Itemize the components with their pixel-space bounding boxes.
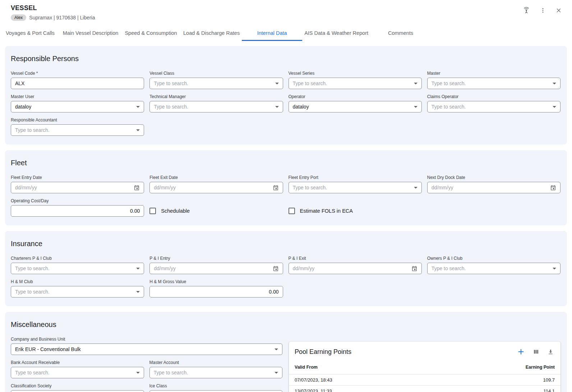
earning-point-cell: 114.1: [543, 388, 555, 392]
panel-title: Pool Earning Points: [295, 348, 351, 356]
ice-class-field: Ice Class: [149, 383, 283, 392]
vessel-subtitle: Supramax | 9170638 | Liberia: [29, 15, 95, 20]
chevron-down-icon[interactable]: [275, 83, 279, 84]
fleet-exit-date-field: Fleet Exit Date: [149, 175, 283, 193]
charterers-pi-club-input[interactable]: [15, 266, 133, 271]
master-user-input[interactable]: [15, 104, 133, 110]
responsible-accountant-input[interactable]: [15, 127, 133, 133]
responsible-accountant-field: Responsible Accountant: [11, 117, 144, 136]
pi-exit-input[interactable]: [293, 266, 409, 271]
antenna-broadcast-icon[interactable]: [522, 6, 530, 14]
columns-icon[interactable]: [533, 349, 539, 355]
claims-operator-field: Claims Operator: [427, 94, 561, 112]
chevron-down-icon[interactable]: [553, 268, 556, 269]
chevron-down-icon[interactable]: [136, 129, 140, 131]
tab-main-vessel-description[interactable]: Main Vessel Description: [60, 26, 121, 41]
vessel-series-input[interactable]: [293, 80, 411, 86]
section-title: Miscellaneous: [11, 320, 561, 329]
master-field: Master: [427, 71, 561, 89]
vessel-class-field: Vessel Class: [149, 71, 283, 89]
earning-point-cell: 109.7: [543, 377, 555, 383]
calendar-icon[interactable]: [273, 266, 279, 272]
col-valid-from: Valid From: [295, 365, 318, 370]
next-dry-dock-date-input[interactable]: [432, 185, 547, 190]
operator-field: Operator: [289, 94, 422, 112]
chevron-down-icon[interactable]: [136, 106, 140, 108]
estimate-fols-checkbox[interactable]: [289, 208, 295, 214]
download-icon[interactable]: [547, 349, 554, 355]
operating-cost-day-field: Operating Cost/Day: [11, 198, 144, 217]
company-business-unit-field: Company and Business Unit: [11, 337, 282, 355]
fleet-entry-port-input[interactable]: [293, 185, 411, 190]
estimate-fols-label: Estimate FOLS in ECA: [300, 208, 353, 214]
claims-operator-input[interactable]: [432, 104, 550, 110]
operating-cost-day-input[interactable]: [15, 208, 140, 214]
charterers-pi-club-field: Charterers P & I Club: [11, 256, 144, 274]
master-account-input[interactable]: [154, 370, 272, 375]
technical-manager-input[interactable]: [154, 104, 272, 110]
chevron-down-icon[interactable]: [414, 106, 418, 108]
tab-load-discharge-rates[interactable]: Load & Discharge Rates: [181, 26, 242, 41]
window-header: VESSEL Alex Supramax | 9170638 | Liberia: [0, 0, 572, 21]
chevron-down-icon[interactable]: [414, 83, 418, 84]
close-icon[interactable]: [555, 7, 562, 14]
tab-comments[interactable]: Comments: [370, 26, 431, 41]
add-row-icon[interactable]: [517, 348, 525, 356]
pool-earning-points-panel: Pool Earning Points Valid From Earning P…: [289, 342, 561, 392]
chevron-down-icon[interactable]: [136, 291, 140, 293]
tab-voyages-port-calls[interactable]: Voyages & Port Calls: [0, 26, 60, 41]
company-business-unit-input[interactable]: [15, 346, 272, 352]
pi-entry-input[interactable]: [154, 266, 269, 271]
calendar-icon[interactable]: [411, 266, 418, 272]
chevron-down-icon[interactable]: [136, 268, 140, 269]
tab-ais-data-weather-report[interactable]: AIS Data & Weather Report: [302, 26, 370, 41]
master-input[interactable]: [432, 80, 550, 86]
calendar-icon[interactable]: [273, 185, 279, 191]
technical-manager-field: Technical Manager: [149, 94, 283, 112]
hm-gross-value-field: H & M Gross Value: [149, 279, 283, 298]
calendar-icon[interactable]: [134, 185, 140, 191]
chevron-down-icon[interactable]: [275, 349, 278, 350]
calendar-icon[interactable]: [550, 185, 556, 191]
page-title: VESSEL: [11, 4, 95, 12]
vessel-code-badge: Alex: [11, 14, 26, 21]
operator-input[interactable]: [293, 104, 411, 110]
vessel-code-input[interactable]: [15, 80, 140, 86]
chevron-down-icon[interactable]: [553, 83, 556, 84]
schedulable-checkbox[interactable]: [149, 208, 156, 214]
fleet-entry-date-input[interactable]: [15, 185, 131, 190]
section-miscellaneous: Miscellaneous Company and Business Unit …: [5, 312, 567, 392]
vessel-code-field: Vessel Code *: [11, 71, 144, 89]
master-account-field: Master Account: [149, 360, 283, 378]
hm-club-input[interactable]: [15, 289, 133, 295]
estimate-fols-field: Estimate FOLS in ECA: [289, 198, 422, 217]
section-responsible-persons: Responsible Persons Vessel Code * Vessel…: [5, 46, 567, 144]
tab-internal-data[interactable]: Internal Data: [242, 26, 302, 41]
bank-account-receivable-field: Bank Account Receivable: [11, 360, 144, 378]
table-row[interactable]: 07/07/2023, 18:43 109.7: [289, 374, 561, 385]
fleet-entry-port-field: Fleet Entry Port: [289, 175, 422, 193]
section-title: Insurance: [11, 240, 561, 248]
table-header: Valid From Earning Point: [289, 360, 561, 374]
bank-account-receivable-input[interactable]: [15, 370, 133, 375]
pi-entry-field: P & I Entry: [149, 256, 283, 274]
section-fleet: Fleet Fleet Entry Date Fleet Exit Date F…: [5, 150, 567, 225]
hm-gross-value-input[interactable]: [154, 289, 278, 295]
chevron-down-icon[interactable]: [553, 106, 556, 108]
fleet-entry-date-field: Fleet Entry Date: [11, 175, 144, 193]
section-insurance: Insurance Charterers P & I Club P & I En…: [5, 231, 567, 306]
chevron-down-icon[interactable]: [275, 372, 278, 374]
owners-pi-club-input[interactable]: [432, 266, 550, 271]
vessel-class-input[interactable]: [154, 80, 272, 86]
tab-speed-consumption[interactable]: Speed & Consumption: [121, 26, 181, 41]
fleet-exit-date-input[interactable]: [154, 185, 269, 190]
vessel-series-field: Vessel Series: [289, 71, 422, 89]
chevron-down-icon[interactable]: [136, 372, 140, 374]
chevron-down-icon[interactable]: [414, 187, 418, 189]
valid-from-cell: 07/07/2023, 18:43: [295, 377, 332, 383]
owners-pi-club-field: Owners P & I Club: [427, 256, 561, 274]
table-row[interactable]: 13/07/2023, 11:33 114.1: [289, 385, 561, 392]
kebab-menu-icon[interactable]: [540, 7, 546, 14]
valid-from-cell: 13/07/2023, 11:33: [295, 388, 332, 392]
chevron-down-icon[interactable]: [275, 106, 279, 108]
